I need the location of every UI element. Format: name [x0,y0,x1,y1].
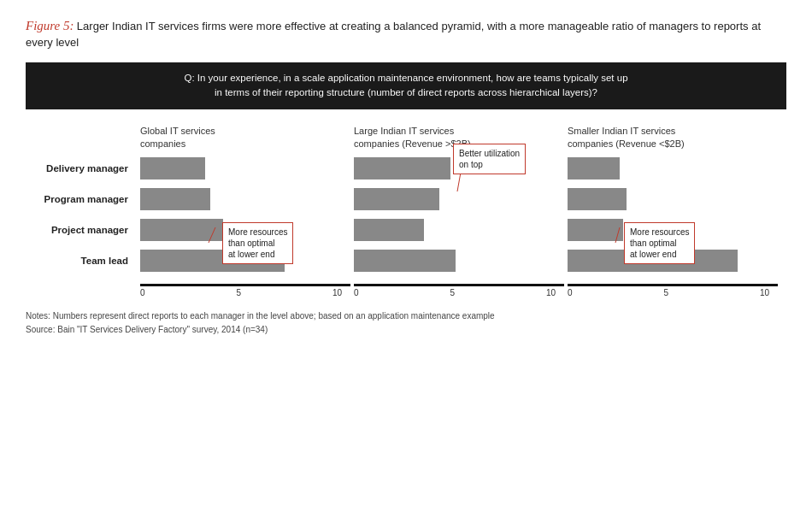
callout-more-resources-col3: More resources than optimal at lower end [624,222,695,264]
figure-title: Figure 5: Larger Indian IT services firm… [26,17,786,50]
note-1: Notes: Numbers represent direct reports … [26,309,786,323]
col-header-1: Global IT services companies [137,125,350,151]
bar-dm-1 [140,157,205,179]
bar-pjm-2 [354,219,424,241]
callout-better-utilization: Better utilization on top [453,144,526,174]
bar-tl-2 [354,250,456,272]
bar-dm-2 [354,157,450,179]
axis-group-3: 0 5 10 [564,284,778,297]
row-delivery-manager: Delivery manager [34,157,778,179]
axis-labels-2: 0 5 10 [354,288,564,297]
axis-tick-2-10: 10 [546,288,556,297]
note-2: Source: Bain "IT Services Delivery Facto… [26,323,786,337]
bar-group-dm-3 [564,157,778,179]
notes-section: Notes: Numbers represent direct reports … [26,309,786,337]
bar-pjm-3 [568,219,623,241]
bar-group-pjm-2 [350,219,564,241]
bar-group-pm-3 [564,188,778,210]
row-project-manager: Project manager More resources than opti… [34,219,778,241]
callout-more-resources-col1: More resources than optimal at lower end [222,222,293,264]
axes-row: 0 5 10 0 5 10 0 5 10 [137,284,778,297]
axis-tick-2-0: 0 [354,288,359,297]
axis-tick-1-0: 0 [140,288,145,297]
rows-container: Delivery manager Program manager [34,157,778,280]
axis-line-2 [354,284,564,286]
axis-group-2: 0 5 10 [350,284,564,297]
axis-tick-1-5: 5 [236,288,241,297]
axis-line-3 [568,284,778,286]
axis-tick-3-0: 0 [568,288,573,297]
figure-label: Figure 5: [26,19,74,32]
axis-group-1: 0 5 10 [137,284,350,297]
axis-tick-2-5: 5 [450,288,455,297]
axis-tick-1-10: 10 [332,288,342,297]
axis-line-1 [140,284,350,286]
row-label-delivery-manager: Delivery manager [34,163,137,174]
bar-group-dm-1 [137,157,350,179]
row-program-manager: Program manager Better utilization on to… [34,188,778,210]
bar-group-pm-1 [137,188,350,210]
question-box: Q: In your experience, in a scale applic… [26,62,786,109]
col-header-3: Smaller Indian IT services companies (Re… [564,125,778,151]
row-label-project-manager: Project manager [34,225,137,235]
bar-groups-program-manager: Better utilization on top [137,188,778,210]
axis-labels-3: 0 5 10 [568,288,778,297]
bar-group-tl-2 [350,250,564,272]
chart-area: Global IT services companies Large India… [26,125,786,298]
bar-group-pjm-1: More resources than optimal at lower end [137,219,350,241]
row-label-team-lead: Team lead [34,256,137,266]
row-label-program-manager: Program manager [34,194,137,204]
axis-tick-3-10: 10 [760,288,769,297]
question-text: Q: In your experience, in a scale applic… [184,73,627,97]
bar-dm-3 [568,157,620,179]
axis-labels-1: 0 5 10 [140,288,350,297]
bar-pm-3 [568,188,627,210]
bar-group-pjm-3: More resources than optimal at lower end [564,219,778,241]
title-text: Larger Indian IT services firms were mor… [26,20,761,49]
axis-tick-3-5: 5 [663,288,668,297]
bar-groups-project-manager: More resources than optimal at lower end… [137,219,778,241]
bar-pm-1 [140,188,210,210]
bar-group-pm-2: Better utilization on top [350,188,564,210]
bar-pm-2 [354,188,439,210]
